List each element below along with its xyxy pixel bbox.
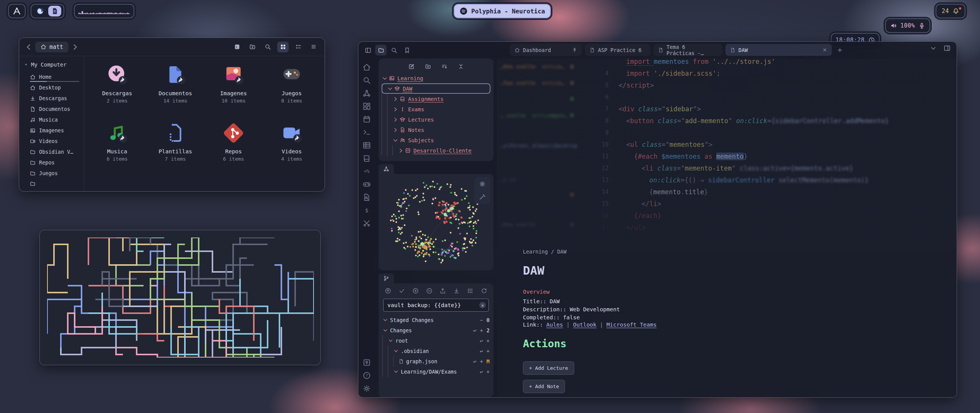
git-minus-action[interactable]: − — [480, 317, 483, 323]
git-commit-push-button[interactable] — [385, 288, 391, 294]
note-link-outlook[interactable]: Outlook — [573, 322, 596, 328]
note-breadcrumb[interactable]: Learning / DAW — [523, 249, 567, 255]
git-minus-circle-button[interactable] — [426, 288, 433, 294]
note-link-microsoft-teams[interactable]: Microsoft Teams — [606, 322, 657, 328]
workspace-bookmark-button[interactable] — [401, 45, 413, 55]
sidebar-item-home[interactable]: Home — [24, 72, 80, 82]
list-view-button[interactable] — [292, 42, 304, 52]
tree-item-daw[interactable]: DAW — [382, 83, 490, 94]
git-plus-action[interactable]: + — [487, 369, 490, 375]
compact-view-button[interactable] — [308, 42, 319, 52]
sidebar-item-desktop[interactable]: Desktop — [24, 82, 80, 93]
now-playing-widget[interactable]: Polyphia - Neurotica — [454, 4, 551, 18]
git-refresh-button[interactable] — [481, 288, 487, 294]
launcher-button[interactable] — [8, 4, 26, 18]
tree-item-assignments[interactable]: Assignments — [382, 94, 490, 104]
sidebar-item-cut[interactable] — [24, 179, 80, 189]
terminal-badge-button[interactable]: $_ — [231, 42, 243, 52]
tree-collapse-button[interactable] — [458, 63, 464, 70]
ribbon-file-search-button[interactable] — [363, 193, 371, 202]
git-list-button[interactable] — [467, 288, 474, 294]
ribbon-dollar-button[interactable]: $ — [363, 206, 371, 215]
caret-icon[interactable] — [382, 75, 388, 81]
git-row-staged-changes[interactable]: Staged Changes−0 — [382, 315, 490, 325]
folder-tile-juegos[interactable]: Juegos8 items — [263, 62, 321, 120]
graph-settings-button[interactable] — [479, 180, 486, 187]
sidebar-section[interactable]: My Computer — [24, 62, 80, 68]
action-button--add-lecture[interactable]: + Add Lecture — [523, 361, 574, 375]
tree-item-exams[interactable]: Exams — [382, 104, 490, 114]
right-sidebar-toggle[interactable] — [944, 45, 951, 52]
sidebar-item-imagenes[interactable]: Imagenes — [24, 125, 80, 136]
workspace-search-button[interactable] — [388, 45, 400, 55]
git-download-button[interactable] — [453, 288, 460, 294]
sidebar-item-descargas[interactable]: Descargas — [24, 93, 80, 104]
git-plus-action[interactable]: + — [480, 327, 483, 333]
git-undo-action[interactable]: ↩ — [480, 369, 483, 375]
folder-tile-plantillas[interactable]: Plantillas7 items — [146, 120, 204, 179]
git-row-learning-daw-exams[interactable]: Learning/DAW/Exams↩+ — [382, 366, 490, 377]
search-button[interactable] — [262, 42, 273, 52]
git-plus-action[interactable]: + — [487, 348, 490, 354]
graph-filter-button[interactable] — [479, 193, 486, 200]
sidebar-item-juegos[interactable]: Juegos — [24, 168, 80, 179]
ribbon-dashboard-button[interactable] — [363, 102, 371, 111]
tree-item-lectures[interactable]: Lectures — [382, 114, 490, 125]
folder-tile-videos[interactable]: Videos4 items — [263, 120, 321, 179]
ribbon-gamepad-button[interactable] — [363, 180, 371, 189]
git-undo-action[interactable]: ↩ — [480, 338, 483, 344]
tab-daw[interactable]: DAW — [725, 44, 832, 56]
caret-icon[interactable] — [382, 317, 388, 323]
caret-icon[interactable] — [382, 327, 388, 333]
taskbar-app-firefox[interactable] — [34, 6, 47, 16]
sidebar-item-obsidian-v-[interactable]: Obsidian V… — [24, 146, 80, 157]
module-volume[interactable]: 100% — [885, 18, 930, 33]
caret-icon[interactable] — [392, 127, 399, 133]
sidebar-item-musica[interactable]: Musica — [24, 114, 80, 125]
tab-dashboard[interactable]: Dashboard — [510, 44, 582, 56]
caret-icon[interactable] — [393, 348, 399, 354]
breadcrumb[interactable]: matt — [35, 42, 69, 52]
workspace-folder-button[interactable] — [375, 45, 387, 55]
graph-tab[interactable] — [379, 164, 394, 174]
folder-tile-imagenes[interactable]: Imagenes10 items — [204, 62, 263, 120]
caret-icon[interactable] — [388, 338, 394, 343]
tree-item-learning[interactable]: Learning — [382, 73, 490, 83]
sidebar-item-videos[interactable]: Videos — [24, 136, 80, 146]
tree-new-folder-button[interactable] — [425, 63, 431, 70]
caret-icon[interactable] — [387, 86, 393, 92]
caret-icon[interactable] — [392, 106, 399, 112]
tab-tema-6-pr-cticas-[interactable]: Tema 6 Prácticas -… — [653, 44, 722, 56]
folder-tile-descargas[interactable]: Descargas2 items — [88, 62, 146, 120]
git-undo-action[interactable]: ↩ — [473, 327, 476, 333]
git-check-button[interactable] — [399, 288, 405, 294]
git-plus-circle-button[interactable] — [412, 288, 419, 294]
clear-message-button[interactable]: × — [479, 302, 486, 309]
forward-button[interactable] — [71, 43, 79, 51]
folder-tile-documentos[interactable]: Documentos14 items — [146, 62, 204, 120]
ribbon-help-button[interactable]: ? — [363, 371, 371, 380]
tree-sort-button[interactable] — [441, 63, 448, 70]
caret-icon[interactable] — [398, 148, 404, 154]
git-row-changes[interactable]: Changes↩+2 — [382, 325, 490, 335]
new-folder-button[interactable] — [247, 42, 258, 52]
git-row-root[interactable]: root↩+ — [382, 335, 490, 346]
ribbon-home-button[interactable] — [363, 63, 371, 72]
tree-edit-button[interactable] — [408, 63, 415, 70]
sidebar-item-repos[interactable]: Repos — [24, 157, 80, 168]
git-undo-action[interactable]: ↩ — [473, 358, 476, 364]
git-plus-action[interactable]: + — [487, 338, 490, 344]
folder-tile-repos[interactable]: Repos6 items — [204, 120, 263, 179]
sidebar-item-documentos[interactable]: Documentos — [24, 104, 80, 114]
caret-icon[interactable] — [393, 369, 399, 374]
commit-message-input[interactable] — [383, 299, 489, 312]
ribbon-terminal-button[interactable] — [363, 128, 371, 137]
ribbon-book-button[interactable] — [363, 154, 371, 163]
back-button[interactable] — [24, 43, 33, 51]
tab-asp-practice-6[interactable]: ASP Practice 6 — [585, 44, 650, 56]
tree-item-notes[interactable]: Notes — [382, 125, 490, 135]
tree-item-desarrollo-cliente[interactable]: Desarrollo-Cliente — [382, 145, 490, 156]
ribbon-code-template-button[interactable]: <% — [363, 167, 371, 176]
git-plus-action[interactable]: + — [480, 358, 483, 364]
git-row--obsidian[interactable]: .obsidian↩+ — [382, 346, 490, 356]
